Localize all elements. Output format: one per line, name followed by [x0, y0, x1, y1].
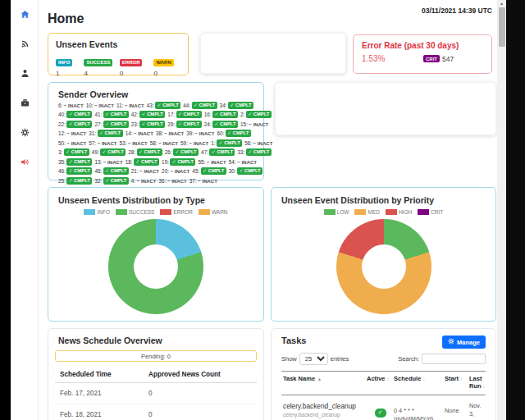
sender-status: 32:✓ CMPLT — [94, 177, 128, 185]
sender-status: 46:✓ CMPLT — [58, 167, 92, 175]
sender-id: 44: — [183, 103, 190, 108]
sidebar-item-settings[interactable] — [11, 118, 39, 148]
inact-label: − INACT — [237, 159, 257, 165]
sender-overview-card: Sender Overview 6:− INACT10:− INACT11:− … — [48, 82, 264, 180]
inact-label: − INACT — [128, 140, 148, 146]
type-chart-legend: INFOSUCCESSERRORWARN — [58, 209, 253, 215]
manage-button[interactable]: Manage — [442, 336, 486, 349]
empty-card-2 — [275, 82, 496, 135]
news-cell: Feb. 17, 2021 — [55, 383, 144, 404]
sender-id: 27: — [94, 121, 102, 127]
sidebar — [11, 0, 39, 420]
cmplt-badge: ✓ CMPLT — [103, 111, 129, 118]
sender-id: 60: — [217, 130, 224, 136]
tasks-col-start[interactable]: Start↕ — [445, 375, 469, 390]
sender-status: 21:− INACT — [131, 168, 159, 174]
legend-swatch — [386, 209, 397, 215]
tasks-col-label: Task Name — [283, 375, 315, 382]
legend-label: INFO — [97, 209, 110, 215]
legend-item-info: INFO — [84, 209, 110, 215]
sender-id: 38: — [156, 130, 163, 136]
sender-status: 40:✓ CMPLT — [58, 111, 92, 118]
sender-id: 35: — [58, 159, 66, 165]
legend-swatch — [160, 209, 171, 215]
legend-swatch — [324, 209, 336, 215]
news-cell: Feb. 18, 2021 — [55, 404, 144, 420]
error-rate-title: Error Rate (past 30 days) — [362, 41, 483, 50]
news-col-approved-count: Approved News Count — [144, 368, 257, 383]
sender-id: 10: — [86, 103, 94, 108]
event-stat-count: 1 — [56, 70, 84, 77]
search-input[interactable] — [422, 354, 486, 364]
inact-label: − INACT — [103, 159, 123, 165]
cmplt-badge: ✓ CMPLT — [246, 111, 272, 118]
sidebar-item-home[interactable] — [11, 0, 39, 30]
scrollbar[interactable]: ▴ — [497, 0, 506, 420]
scrollbar-thumb[interactable] — [499, 7, 505, 47]
inact-label: − INACT — [98, 140, 117, 146]
inact-label: − INACT — [167, 178, 187, 184]
sender-id: 28: — [128, 149, 135, 155]
sender-line: 50:− INACT57:− INACT53:− INACT58:− INACT… — [58, 139, 253, 147]
cmplt-badge: ✓ CMPLT — [103, 177, 129, 185]
news-schedule-card: News Schedule Overview Pending: 0 Schedu… — [48, 328, 264, 420]
inact-label: − INACT — [170, 168, 189, 174]
legend-item-high: HIGH — [386, 209, 412, 215]
user-icon — [21, 66, 30, 81]
sender-status-list: 6:− INACT10:− INACT11:− INACT43:✓ CMPLT4… — [58, 102, 253, 185]
sender-line: 25:✓ CMPLT32:✓ CMPLT4:− INACT36:− INACT3… — [58, 177, 253, 185]
tasks-col-label: Last Run — [469, 375, 482, 390]
scroll-up-icon[interactable]: ▴ — [497, 0, 506, 7]
event-stat-count: 0 — [120, 70, 154, 77]
sender-id: 36: — [159, 178, 167, 184]
tasks-table-header: Task Name▲Active↕Schedule↕Start↕Last Run… — [281, 371, 486, 395]
cmplt-badge: ✓ CMPLT — [212, 111, 238, 118]
sender-id: 47: — [201, 149, 208, 155]
sender-status: 58:− INACT — [150, 140, 178, 146]
legend-item-crit: CRIT — [418, 209, 443, 215]
task-subtitle: celery.backend_cleanup — [283, 412, 367, 418]
sender-status: 2:✓ CMPLT — [240, 111, 272, 118]
sender-status: 33:✓ CMPLT — [237, 148, 271, 156]
sender-id: 24: — [204, 121, 212, 127]
sidebar-item-users[interactable] — [11, 59, 39, 89]
sender-id: 45: — [192, 168, 199, 174]
sender-id: 50: — [58, 140, 66, 146]
sender-status: 28:✓ CMPLT — [128, 148, 162, 156]
tasks-col-schedule[interactable]: Schedule↕ — [394, 375, 445, 390]
sender-id: 21: — [131, 168, 139, 174]
sender-status: 49:✓ CMPLT — [92, 148, 126, 156]
sender-id: 15: — [240, 121, 248, 127]
sender-id: 3: — [58, 149, 62, 155]
speaker-icon — [21, 155, 30, 170]
news-schedule-table: Scheduled Time Approved News Count Feb. … — [55, 368, 257, 420]
tasks-col-active[interactable]: Active↕ — [367, 375, 394, 390]
tasks-col-last-run[interactable]: Last Run↕ — [469, 375, 486, 390]
sender-line: 40:✓ CMPLT41:✓ CMPLT42:✓ CMPLT17:✓ CMPLT… — [58, 111, 253, 118]
inact-label: − INACT — [66, 140, 86, 146]
window-left-edge — [0, 0, 11, 420]
error-badge: ERROR — [120, 59, 143, 66]
task-row: celery.backend_cleanup celery.backend_cl… — [281, 402, 486, 420]
cmplt-badge: ✓ CMPLT — [170, 158, 195, 166]
sender-status: 36:− INACT — [159, 178, 187, 184]
sender-status: 55:− INACT — [198, 159, 226, 165]
legend-label: WARN — [212, 209, 228, 215]
inact-label: − INACT — [198, 178, 217, 184]
sidebar-item-alerts[interactable] — [11, 148, 39, 177]
sidebar-item-senders[interactable] — [11, 89, 39, 118]
dashboard-window: 03/11/2021 14:39 UTC Home Unseen Events … — [0, 0, 525, 420]
legend-swatch — [418, 209, 429, 215]
cmplt-badge: ✓ CMPLT — [237, 167, 262, 175]
sender-id: 39: — [186, 130, 194, 136]
sidebar-item-feeds[interactable] — [11, 30, 39, 59]
sender-status: 20:− INACT — [162, 168, 189, 174]
sender-status: 22:✓ CMPLT — [58, 121, 92, 128]
cmplt-badge: ✓ CMPLT — [209, 148, 235, 156]
inact-label: − INACT — [66, 130, 86, 136]
sender-status: 42:✓ CMPLT — [131, 111, 165, 118]
inact-label: − INACT — [164, 130, 184, 136]
priority-chart-legend: LOWMEDHIGHCRIT — [281, 209, 486, 215]
tasks-col-task-name[interactable]: Task Name▲ — [281, 375, 367, 390]
page-size-select[interactable]: 25 — [299, 353, 328, 365]
